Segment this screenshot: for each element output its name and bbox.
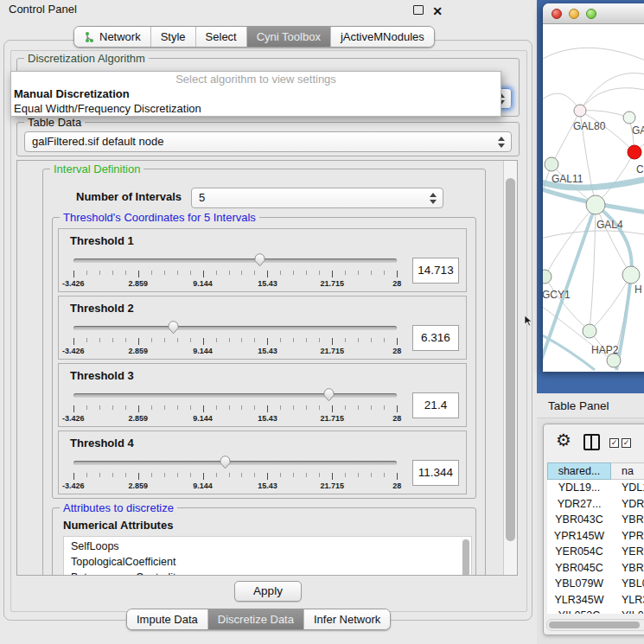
- threshold-value-field[interactable]: 6.316: [412, 325, 459, 351]
- cell-shared-name[interactable]: YDL19...: [547, 480, 611, 496]
- cell-name[interactable]: YBL0: [611, 576, 644, 592]
- apply-button[interactable]: Apply: [234, 581, 302, 602]
- table-row[interactable]: YPR145WYPR1: [547, 528, 644, 545]
- slider-thumb-icon[interactable]: [253, 252, 266, 267]
- tab-discretize-data[interactable]: Discretize Data: [207, 609, 303, 629]
- slider-tick: [164, 338, 165, 342]
- cell-name[interactable]: YDL1: [611, 480, 644, 496]
- cell-shared-name[interactable]: YBL079W: [547, 576, 611, 592]
- slider-track[interactable]: [73, 461, 397, 465]
- tab-cyni-toolbox[interactable]: Cyni Toolbox: [246, 27, 330, 47]
- close-icon[interactable]: ✕: [432, 2, 443, 21]
- cell-shared-name[interactable]: YLR345W: [547, 592, 611, 609]
- network-window-titlebar[interactable]: [543, 3, 644, 24]
- slider-tick-label: 9.144: [193, 347, 213, 355]
- slider-tick: [384, 271, 385, 275]
- settings-scrollbar[interactable]: [503, 161, 517, 575]
- network-canvas[interactable]: GAL80 GA C GAL11 GAL4 GCY1 H HAP2: [543, 24, 644, 371]
- tab-impute-data[interactable]: Impute Data: [127, 609, 207, 629]
- slider-thumb-icon[interactable]: [219, 455, 232, 469]
- cell-shared-name[interactable]: YPR145W: [547, 528, 611, 545]
- cell-name[interactable]: YBR0: [611, 512, 644, 528]
- slider-thumb-icon[interactable]: [167, 320, 180, 335]
- numerical-attributes-list[interactable]: SelfLoopsTopologicalCoefficientBetweenne…: [63, 536, 472, 576]
- settings-scrollbar-thumb[interactable]: [506, 178, 515, 541]
- node-hap2[interactable]: [583, 324, 596, 338]
- algorithm-option[interactable]: Equal Width/Frequency Discretization: [11, 101, 501, 116]
- table-row[interactable]: YBR045CYBR0: [547, 560, 644, 577]
- cell-name[interactable]: YIL0: [611, 608, 644, 614]
- table-hscrollbar[interactable]: [546, 619, 644, 631]
- tab-style[interactable]: Style: [150, 27, 195, 47]
- table-hscrollbar-thumb[interactable]: [549, 622, 640, 628]
- checkbox-icon[interactable]: ✓: [609, 438, 619, 448]
- node-gal80[interactable]: [574, 105, 586, 117]
- threshold-slider[interactable]: -3.4262.8599.14415.4321.71528: [70, 320, 400, 356]
- cell-name[interactable]: YPR1: [611, 528, 644, 545]
- cell-shared-name[interactable]: YER054C: [547, 544, 611, 560]
- checkbox-icon[interactable]: ✓: [622, 438, 631, 448]
- cell-shared-name[interactable]: YIL052C: [547, 608, 611, 614]
- tab-infer-network[interactable]: Infer Network: [303, 609, 390, 629]
- bottom-tab-bar: Impute DataDiscretize DataInfer Network: [126, 609, 391, 630]
- table-row[interactable]: YBR043CYBR0: [547, 512, 644, 528]
- slider-tick: [216, 271, 217, 275]
- minimize-traffic-light-icon[interactable]: [569, 9, 579, 19]
- tab-jactivemnodules[interactable]: jActiveMNodules: [330, 27, 434, 47]
- close-traffic-light-icon[interactable]: [552, 9, 562, 19]
- table-row[interactable]: YIL052CYIL0: [547, 608, 644, 614]
- node-gal4[interactable]: [586, 195, 605, 214]
- slider-track[interactable]: [73, 326, 397, 330]
- columns-icon[interactable]: [583, 434, 600, 450]
- tab-network[interactable]: Network: [74, 27, 150, 47]
- cell-name[interactable]: YBR0: [611, 560, 644, 577]
- table-row[interactable]: YDR27...YDR2: [547, 496, 644, 513]
- node-gcy1[interactable]: [543, 270, 552, 284]
- threshold-value-field[interactable]: 11.344: [412, 460, 459, 486]
- slider-tick-label: 2.859: [128, 481, 148, 490]
- table-row[interactable]: YLR345WYLR3: [547, 592, 644, 609]
- number-of-intervals-select[interactable]: 5: [191, 188, 443, 208]
- network-view-window[interactable]: GAL80 GA C GAL11 GAL4 GCY1 H HAP2: [543, 3, 644, 372]
- column-header-name[interactable]: na: [611, 462, 644, 480]
- table-row[interactable]: YDL19...YDL1: [547, 480, 644, 496]
- slider-track[interactable]: [73, 393, 397, 398]
- table-data-select[interactable]: galFiltered.sif default node: [24, 131, 512, 152]
- attribute-list-item[interactable]: SelfLoops: [64, 539, 471, 554]
- cell-shared-name[interactable]: YDR27...: [547, 496, 611, 513]
- cell-shared-name[interactable]: YBR043C: [547, 512, 611, 528]
- list-scrollbar[interactable]: [461, 538, 470, 576]
- slider-tick: [138, 338, 139, 345]
- list-scrollbar-thumb[interactable]: [462, 539, 469, 576]
- slider-tick: [371, 271, 372, 275]
- node-gal11[interactable]: [545, 157, 558, 171]
- slider-tick-label: 2.859: [128, 414, 148, 423]
- cell-name[interactable]: YLR3: [611, 592, 644, 609]
- slider-tick: [397, 271, 398, 277]
- node-h[interactable]: [622, 266, 640, 284]
- algorithm-option[interactable]: Manual Discretization: [11, 86, 501, 101]
- gear-icon[interactable]: ⚙: [556, 431, 571, 449]
- zoom-traffic-light-icon[interactable]: [586, 9, 596, 19]
- tab-select[interactable]: Select: [195, 27, 246, 47]
- threshold-value-field[interactable]: 14.713: [412, 258, 459, 284]
- threshold-value-field[interactable]: 21.4: [412, 392, 459, 418]
- attribute-list-item[interactable]: BetweennessCentrality: [64, 570, 471, 576]
- slider-thumb-icon[interactable]: [322, 387, 335, 402]
- threshold-slider[interactable]: -3.4262.8599.14415.4321.71528: [70, 387, 400, 424]
- threshold-slider[interactable]: -3.4262.8599.14415.4321.71528: [70, 455, 400, 491]
- table-row[interactable]: YER054CYER0: [547, 544, 644, 560]
- node-selected-red[interactable]: [628, 145, 641, 159]
- slider-tick: [99, 473, 100, 477]
- node-top-right[interactable]: [623, 112, 635, 124]
- cell-shared-name[interactable]: YBR045C: [547, 560, 611, 577]
- float-window-icon[interactable]: [413, 5, 424, 15]
- threshold-slider[interactable]: -3.4262.8599.14415.4321.71528: [70, 252, 400, 289]
- attribute-list-item[interactable]: TopologicalCoefficient: [64, 554, 471, 570]
- slider-tick: [280, 405, 281, 410]
- slider-track[interactable]: [73, 258, 397, 263]
- column-header-shared-name[interactable]: shared...: [547, 462, 611, 480]
- table-row[interactable]: YBL079WYBL0: [547, 576, 644, 592]
- cell-name[interactable]: YER0: [611, 544, 644, 560]
- cell-name[interactable]: YDR2: [611, 496, 644, 513]
